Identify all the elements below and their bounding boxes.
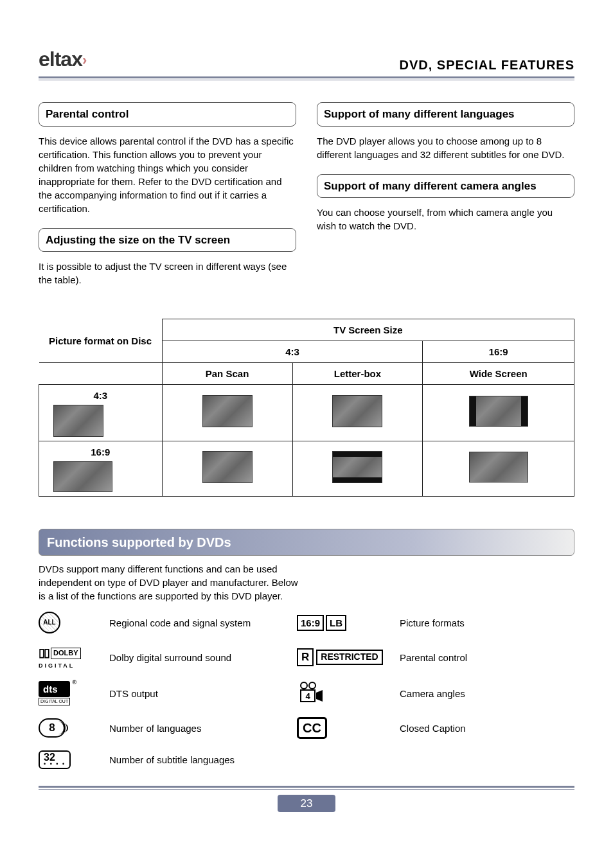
functions-icon-grid: ALL Regional code and signal system 16:9… [39,612,574,768]
languages-icon: 8 [39,718,96,738]
page-number: 23 [278,795,335,813]
row-43: 4:3 [39,385,163,441]
cell-169-lb [292,441,423,497]
tv-screen-table: Picture format on Disc TV Screen Size 4:… [39,319,574,497]
label-regional: Regional code and signal system [109,616,284,630]
text-adjust: It is possible to adjust the TV screen i… [39,260,296,287]
page-title: DVD, SPECIAL FEATURES [399,56,574,74]
subtitles-icon: 32• • • • [39,750,96,768]
header-rule [39,76,574,80]
label-languages: Number of languages [109,722,284,735]
dts-icon: dts® DIGITAL OUT [39,681,96,705]
heading-parental: Parental control [39,102,296,127]
cell-169-pan [162,441,292,497]
svg-point-1 [309,682,315,689]
cell-43-pan [162,385,292,441]
th-169: 16:9 [423,341,574,363]
label-parental: Parental control [400,651,574,664]
restricted-icon: RRESTRICTED [297,648,387,666]
text-languages: The DVD player allows you to choose amon… [317,134,574,161]
dolby-icon: ▯▯DOLBY DIGITAL [39,645,96,669]
th-pan: Pan Scan [162,363,292,385]
th-lb: Letter-box [292,363,423,385]
label-subtitles: Number of subtitle languages [109,753,284,766]
label-dts: DTS output [109,687,284,700]
camera-angle-icon: 4 [297,681,387,705]
label-dolby: Dolby digital surround sound [109,651,284,664]
heading-languages: Support of many different languages [317,102,574,127]
label-camera: Camera angles [400,687,574,700]
th-ws: Wide Screen [423,363,574,385]
row-169: 16:9 [39,441,163,497]
cell-43-ws [423,385,574,441]
brand-logo: eltax› [39,45,86,74]
section-functions-intro: DVDs support many different functions an… [39,562,306,603]
heading-adjust: Adjusting the size on the TV screen [39,228,296,252]
format-169-icon: 16:9LB [297,615,387,631]
globe-icon: ALL [39,612,96,633]
heading-camera: Support of many different camera angles [317,174,574,199]
footer-rule [39,786,574,790]
cc-icon: CC [297,717,387,739]
th-43: 4:3 [162,341,423,363]
text-parental: This device allows parental control if t… [39,134,296,215]
label-formats: Picture formats [400,616,574,630]
text-camera: You can choose yourself, from which came… [317,206,574,233]
svg-point-0 [301,682,307,689]
section-functions-header: Functions supported by DVDs [39,529,574,556]
cell-169-ws [423,441,574,497]
label-caption: Closed Caption [400,722,574,735]
cell-43-lb [292,385,423,441]
svg-text:4: 4 [305,691,310,701]
th-tv-size: TV Screen Size [162,319,574,341]
th-picture-format: Picture format on Disc [39,319,163,363]
